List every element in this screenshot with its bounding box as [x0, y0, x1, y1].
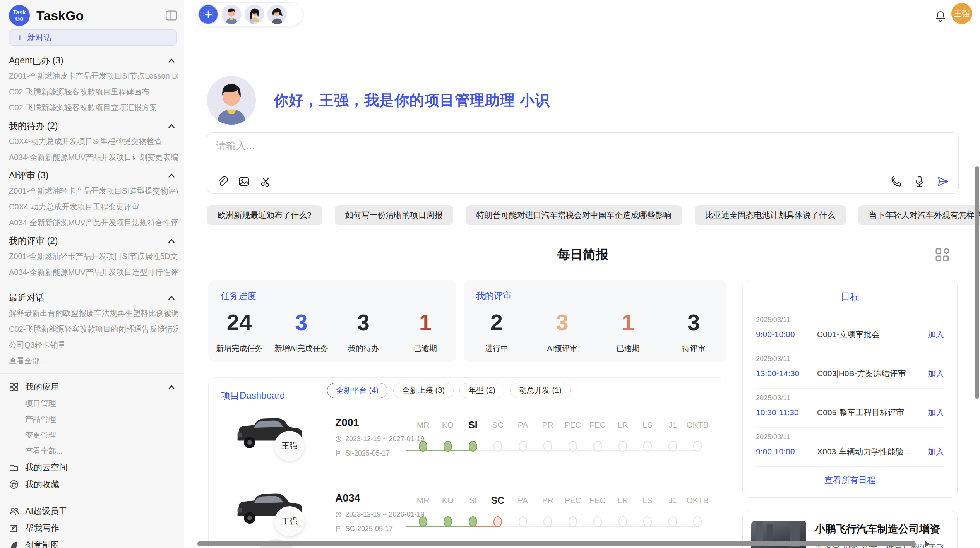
milestone-label: FEC: [584, 418, 611, 432]
attachment-icon[interactable]: [216, 175, 228, 188]
chat-input[interactable]: [216, 139, 680, 162]
sidebar-item-write-helper[interactable]: 帮我写作: [9, 520, 178, 537]
tab-year-model[interactable]: 年型 (2): [459, 383, 504, 398]
sidebar-item[interactable]: C0X4-动力总成开发项目SI里程碑提交物检查: [9, 134, 178, 149]
notification-bell-icon[interactable]: [934, 10, 947, 22]
milestone-label: SC: [484, 494, 511, 507]
sidebar-item-cloud[interactable]: 我的云空间: [9, 459, 178, 476]
chevron-up-icon: [168, 58, 175, 63]
suggestion-chip[interactable]: 比亚迪全固态电池计划具体说了什么: [695, 205, 846, 225]
suggestion-chip[interactable]: 如何写一份清晰的项目周报: [335, 205, 453, 225]
suggestion-chip[interactable]: 当下年轻人对汽车外观有怎样的喜好趋势: [858, 205, 980, 225]
assistant-switcher: +: [195, 2, 303, 26]
milestone-dot: [493, 441, 502, 452]
recent-chat-item[interactable]: 公司Q3轻卡销量: [9, 337, 178, 353]
milestone-dot: [519, 516, 527, 527]
add-assistant-button[interactable]: +: [198, 4, 218, 24]
briefing-title: 每日简报: [207, 246, 959, 264]
sidebar-item[interactable]: C0X4-动力总成开发项目工程变更评审: [9, 199, 178, 215]
assistant-avatar-3[interactable]: [267, 5, 287, 24]
chevron-up-icon: [168, 384, 175, 390]
sidebar-item[interactable]: C02-飞腾新能源轻客改款项目立项汇报方案: [9, 100, 178, 116]
milestone-dot: [469, 516, 477, 527]
quill-icon: [9, 540, 19, 548]
app-title: TaskGo: [36, 8, 165, 23]
chevron-up-icon: [168, 173, 175, 178]
suggestion-chip[interactable]: 特朗普可能对进口汽车增税会对中国车企造成哪些影响: [466, 205, 682, 225]
stat-review-overdue: 1 已逾期: [595, 310, 661, 354]
join-link[interactable]: 加入: [928, 407, 944, 418]
tab-powertrain[interactable]: 动总开发 (1): [510, 383, 571, 398]
tab-new-body[interactable]: 全新上装 (3): [393, 383, 454, 398]
section-header-my-todo[interactable]: 我的待办 (2): [9, 118, 178, 134]
divider: [0, 285, 184, 285]
sidebar-collapse-icon[interactable]: [165, 9, 178, 22]
image-icon[interactable]: [238, 175, 250, 188]
user-avatar[interactable]: 王强: [951, 3, 972, 24]
milestone-dot: [493, 516, 502, 527]
app-item-product[interactable]: 产品管理: [9, 411, 178, 427]
briefing-layout-icon[interactable]: [935, 248, 950, 262]
join-link[interactable]: 加入: [928, 446, 944, 457]
task-progress-card: 任务进度 24 新增完成任务 3 新增AI完成任务 3 我的待办 1 已逾期: [208, 280, 456, 362]
sidebar-item[interactable]: Z001-全新燃油轻卡产品开发项目SI节点属性5D文件评审: [9, 248, 178, 264]
event-time: 9:00-10:00: [756, 447, 817, 456]
sidebar-item-favorites[interactable]: 我的收藏: [9, 476, 178, 493]
project-dashboard-card: 项目Dashboard 全新平台 (4) 全新上装 (3) 年型 (2) 动总开…: [208, 377, 726, 548]
scroll-down-arrow[interactable]: [932, 529, 939, 534]
milestone-label: PR: [534, 494, 561, 507]
event-date: 2025/03/11: [756, 316, 944, 324]
sidebar-item[interactable]: A034-全新新能源MUV产品开发项目法规符合性评审: [9, 215, 178, 231]
milestone-dot: [419, 441, 427, 452]
section-header-ai-review[interactable]: AI评审 (3): [9, 168, 178, 183]
milestone-dot: [643, 516, 652, 527]
schedule-event: 2025/03/11 9:00-10:00 C001-立项审批会 加入: [756, 310, 944, 349]
schedule-event: 2025/03/11 10:30-11:30 C005-整车工程目标评审 加入: [756, 389, 944, 428]
scissors-icon[interactable]: [259, 175, 272, 188]
scroll-right-arrow[interactable]: [925, 541, 930, 547]
sidebar-item[interactable]: Z001-全新燃油皮卡产品开发项目SI节点Lesson Learn报告: [9, 68, 178, 84]
app-item-project[interactable]: 项目管理: [9, 396, 178, 411]
project-owner-badge: 王强: [274, 431, 305, 461]
section-header-my-apps[interactable]: 我的应用: [9, 378, 178, 396]
new-chat-button[interactable]: + 新对话: [9, 29, 177, 46]
horizontal-scrollbar[interactable]: [197, 541, 916, 546]
section-header-recent-chats[interactable]: 最近对话: [9, 290, 178, 305]
tab-new-platform[interactable]: 全新平台 (4): [327, 383, 387, 398]
phone-icon[interactable]: [890, 175, 903, 188]
section-header-agent-done[interactable]: Agent已办 (3): [9, 53, 178, 68]
milestone-track: MR KO SI SC PA PR PEC FEC LR LS J1 OKTB: [423, 494, 717, 540]
sidebar-item-ai-employee[interactable]: AI超级员工: [9, 503, 178, 520]
section-header-my-review[interactable]: 我的评审 (2): [9, 233, 178, 248]
milestone-dot: [569, 516, 577, 527]
microphone-icon[interactable]: [913, 175, 926, 188]
divider: [0, 498, 184, 498]
schedule-panel: 日程 2025/03/11 9:00-10:00 C001-立项审批会 加入 2…: [742, 280, 958, 498]
milestone-label: MR: [409, 494, 437, 507]
sidebar-item-creative-draw[interactable]: 创意制图: [9, 537, 178, 548]
milestone-dot: [618, 516, 627, 527]
app-item-change[interactable]: 变更管理: [9, 427, 178, 443]
plus-icon: +: [17, 32, 23, 43]
sidebar-item[interactable]: A034-全新新能源MUV产品开发项目造型可行性评审: [9, 264, 178, 280]
event-name: X003-车辆动力学性能验...: [817, 446, 928, 457]
sidebar-item[interactable]: A034-全新新能源MUV产品开发项目计划变更表编写: [9, 149, 178, 165]
vertical-scrollbar[interactable]: [975, 166, 979, 399]
sidebar-item[interactable]: Z001-全新燃油轻卡产品开发项目SI造型提交物评审: [9, 183, 178, 199]
assistant-avatar-2[interactable]: [245, 5, 264, 24]
milestone-dot: [643, 441, 652, 452]
recent-view-all[interactable]: 查看全部...: [9, 353, 178, 369]
milestone-label: LS: [634, 418, 661, 432]
join-link[interactable]: 加入: [928, 329, 944, 340]
send-icon[interactable]: [937, 175, 949, 188]
recent-chat-item[interactable]: 解释最新出台的欧盟报废车法规再生塑料比例被调至15%...: [9, 305, 178, 321]
clock-icon: [335, 511, 342, 518]
join-link[interactable]: 加入: [928, 368, 944, 379]
assistant-avatar-1[interactable]: [222, 5, 241, 24]
apps-view-all[interactable]: 查看全部...: [9, 443, 178, 459]
sidebar-item[interactable]: C02-飞腾新能源轻客改款项目里程碑画布: [9, 84, 178, 100]
suggestion-chip[interactable]: 欧洲新规最近颁布了什么?: [207, 205, 322, 225]
app-root: Task Go TaskGo + 新对话 Agent已办 (3) Z001-全新…: [0, 0, 980, 548]
view-all-schedule-link[interactable]: 查看所有日程: [756, 474, 944, 486]
recent-chat-item[interactable]: C02-飞腾新能源轻客改款项目的闭环通告反馈情况: [9, 321, 178, 337]
